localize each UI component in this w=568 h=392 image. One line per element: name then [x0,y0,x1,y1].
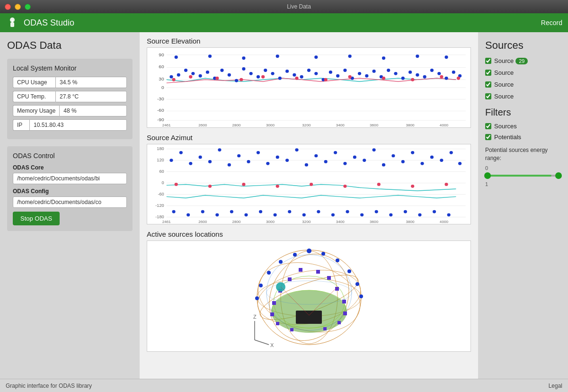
svg-point-84 [314,55,318,59]
source-3-checkbox[interactable] [485,81,491,88]
source-3-label: Source [494,81,514,88]
sources-title: Sources [485,39,561,52]
svg-rect-204 [270,312,274,316]
svg-point-135 [382,163,385,167]
svg-rect-207 [337,321,341,324]
source-4-checkbox[interactable] [485,93,491,99]
menubar: ODAS Studio Record [0,13,568,32]
svg-text:180: 180 [157,147,164,151]
svg-point-190 [267,271,271,275]
svg-text:3800: 3800 [406,123,415,127]
filter-potentials-checkbox[interactable] [485,134,491,140]
cpu-temp-label: CPU Temp. [13,91,55,102]
energy-range-right-thumb[interactable] [555,172,562,179]
svg-point-132 [353,156,356,159]
svg-point-119 [228,163,231,167]
energy-range-max-label: 1 [485,181,488,187]
svg-text:-60: -60 [158,192,164,197]
svg-point-149 [244,213,248,216]
svg-point-115 [189,162,192,165]
svg-point-85 [348,54,352,58]
odas-config-input[interactable]: /home/cedric/Documents/odas/co [13,196,127,208]
svg-point-51 [343,69,346,72]
svg-point-152 [288,210,291,214]
svg-point-157 [360,213,364,216]
source-4-label: Source [494,93,514,100]
svg-point-127 [305,163,308,167]
right-panel: Sources Source 29 Source Source Source F… [478,32,568,379]
source-1-checkbox[interactable] [485,58,491,64]
source-item-3: Source [485,81,561,88]
svg-text:Z: Z [253,314,257,320]
svg-point-78 [440,75,443,79]
energy-range-track [485,175,561,177]
svg-point-160 [404,210,407,214]
svg-point-128 [314,154,318,158]
svg-text:2600: 2600 [198,220,207,224]
svg-point-133 [363,159,366,162]
source-2-checkbox[interactable] [485,70,491,76]
ip-label: IP [13,119,29,131]
svg-text:3200: 3200 [302,123,311,127]
svg-point-28 [177,73,180,77]
source-2-label: Source [494,69,514,76]
cpu-usage-label: CPU Usage [13,77,55,88]
main-layout: ODAS Data Local System Monitor CPU Usage… [0,32,568,379]
svg-point-69 [189,75,192,79]
svg-point-35 [228,73,231,77]
svg-point-144 [172,210,175,214]
svg-rect-209 [323,327,327,330]
maximize-button[interactable] [25,4,31,10]
svg-point-66 [452,71,455,74]
footer-legal-link[interactable]: Legal [549,383,562,389]
energy-range-left-thumb[interactable] [484,172,491,179]
svg-point-167 [276,185,279,188]
energy-range-fill [487,175,551,177]
svg-rect-205 [343,312,347,315]
svg-text:3400: 3400 [336,220,345,224]
elevation-chart-title: Source Elevation [147,37,471,45]
svg-point-45 [300,75,303,79]
odas-core-input[interactable]: /home/cedric/Documents/odas/bi [13,173,127,184]
svg-point-39 [257,75,260,79]
svg-point-68 [172,78,175,81]
svg-point-148 [230,210,233,214]
svg-point-166 [242,183,245,186]
filter-sources-checkbox[interactable] [485,123,491,129]
svg-point-74 [324,78,328,81]
svg-text:-180: -180 [155,215,164,220]
record-button[interactable]: Record [541,19,562,27]
filter-potentials: Potentials [485,134,561,141]
close-button[interactable] [5,4,11,10]
svg-point-126 [295,148,298,151]
svg-point-53 [358,72,361,75]
svg-point-80 [175,55,178,59]
svg-text:0: 0 [162,181,164,186]
system-monitor-title: Local System Monitor [13,64,127,72]
footer: Graphic interface for ODAS library Legal [0,379,568,392]
svg-point-77 [411,78,414,81]
svg-point-40 [264,69,267,72]
svg-point-161 [418,213,421,216]
svg-point-120 [237,154,240,158]
svg-text:3200: 3200 [302,220,311,224]
svg-rect-208 [290,328,293,331]
svg-point-41 [271,72,274,75]
cpu-usage-row: CPU Usage 34.5 % [13,77,127,88]
svg-text:3000: 3000 [266,220,275,224]
svg-text:2800: 2800 [232,123,241,127]
svg-point-130 [334,151,337,154]
svg-point-143 [458,162,462,165]
source-item-1: Source 29 [485,57,561,64]
svg-point-162 [433,210,436,214]
memory-usage-label: Memory Usage [13,105,59,116]
svg-point-122 [257,151,260,154]
svg-point-155 [331,213,335,216]
svg-point-145 [186,213,190,216]
svg-text:-90: -90 [157,117,164,122]
stop-odas-button[interactable]: Stop ODAS [13,212,60,225]
svg-point-60 [408,71,412,74]
minimize-button[interactable] [15,4,21,10]
energy-range-values: 1 [485,181,561,187]
source-item-2: Source [485,69,561,76]
